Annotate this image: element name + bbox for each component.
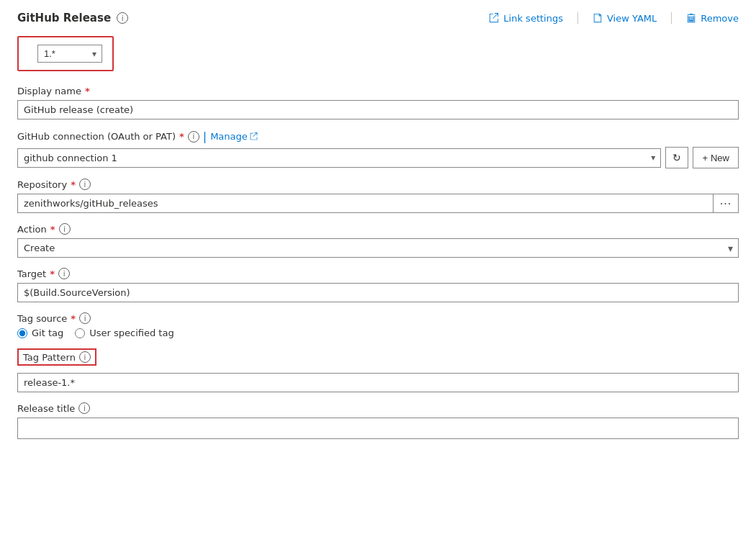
- connection-info-icon[interactable]: i: [188, 131, 199, 143]
- github-connection-group: GitHub connection (OAuth or PAT) * i | M…: [17, 130, 739, 168]
- action-label: Action * i: [17, 223, 739, 235]
- task-version-select[interactable]: 1.* 0.*: [37, 45, 102, 63]
- external-link-icon: [250, 132, 258, 140]
- target-group: Target * i: [17, 268, 739, 302]
- connection-label-row: GitHub connection (OAuth or PAT) * i | M…: [17, 130, 739, 143]
- page-header: GitHub Release i Link settings View YAML: [17, 12, 739, 24]
- release-title-input[interactable]: [17, 418, 739, 439]
- repository-input[interactable]: [17, 194, 713, 213]
- required-star: *: [85, 86, 90, 96]
- tag-pattern-input[interactable]: [17, 373, 739, 392]
- title-info-icon[interactable]: i: [117, 12, 128, 24]
- page-title: GitHub Release: [17, 12, 111, 24]
- repository-ellipsis-button[interactable]: ···: [713, 194, 739, 213]
- action-select[interactable]: Create Edit Delete Discard: [17, 238, 739, 258]
- remove-action[interactable]: Remove: [686, 13, 739, 24]
- tag-pattern-label-box: Tag Pattern i: [17, 348, 96, 366]
- display-name-group: Display name *: [17, 86, 739, 119]
- header-right: Link settings View YAML Remove: [489, 12, 739, 24]
- tag-source-label: Tag source * i: [17, 312, 739, 324]
- header-left: GitHub Release i: [17, 12, 128, 24]
- git-tag-option[interactable]: Git tag: [17, 328, 63, 338]
- view-yaml-action[interactable]: View YAML: [593, 13, 657, 24]
- user-specified-tag-option[interactable]: User specified tag: [75, 328, 174, 338]
- release-title-label: Release title i: [17, 402, 739, 414]
- github-connection-select[interactable]: github connection 1: [17, 148, 661, 168]
- git-tag-label: Git tag: [32, 328, 63, 338]
- repository-label: Repository * i: [17, 179, 739, 190]
- target-required-star: *: [50, 268, 55, 279]
- task-version-box: 1.* 0.*: [17, 36, 114, 71]
- user-specified-radio[interactable]: [75, 328, 85, 338]
- release-title-group: Release title i: [17, 402, 739, 439]
- tag-pattern-group: Tag Pattern i: [17, 348, 739, 392]
- header-divider-2: [671, 12, 672, 24]
- tag-pattern-info-icon[interactable]: i: [79, 351, 91, 363]
- display-name-input[interactable]: [17, 100, 739, 119]
- refresh-connection-button[interactable]: ↻: [665, 147, 688, 168]
- action-group: Action * i Create Edit Delete Discard: [17, 223, 739, 258]
- tag-source-info-icon[interactable]: i: [79, 312, 91, 324]
- connection-required-star: *: [179, 131, 184, 142]
- target-info-icon[interactable]: i: [58, 268, 70, 279]
- task-version-select-wrapper: 1.* 0.*: [37, 45, 102, 63]
- user-specified-label: User specified tag: [89, 328, 174, 338]
- repository-input-row: ···: [17, 194, 739, 213]
- action-required-star: *: [50, 224, 55, 235]
- header-divider: [577, 12, 578, 24]
- new-connection-button[interactable]: + New: [693, 147, 739, 168]
- release-title-info-icon[interactable]: i: [78, 402, 90, 414]
- target-input[interactable]: [17, 283, 739, 302]
- trash-icon: [686, 13, 696, 23]
- tag-source-group: Tag source * i Git tag User specified ta…: [17, 312, 739, 338]
- action-select-wrapper: Create Edit Delete Discard: [17, 238, 739, 258]
- link-icon: [489, 13, 499, 23]
- repository-info-icon[interactable]: i: [79, 179, 91, 190]
- repository-group: Repository * i ···: [17, 179, 739, 213]
- target-label: Target * i: [17, 268, 739, 279]
- display-name-label: Display name *: [17, 86, 739, 96]
- tag-source-required-star: *: [71, 313, 76, 324]
- link-settings-action[interactable]: Link settings: [489, 13, 563, 24]
- tag-source-radio-group: Git tag User specified tag: [17, 328, 739, 338]
- connection-select-wrapper: github connection 1: [17, 148, 661, 168]
- git-tag-radio[interactable]: [17, 328, 27, 338]
- yaml-icon: [593, 13, 603, 23]
- action-info-icon[interactable]: i: [59, 223, 71, 235]
- plus-icon: +: [702, 153, 708, 163]
- pipe-divider: |: [203, 130, 207, 143]
- manage-link[interactable]: Manage: [210, 131, 258, 142]
- connection-input-row: github connection 1 ↻ + New: [17, 147, 739, 168]
- repo-required-star: *: [71, 179, 76, 190]
